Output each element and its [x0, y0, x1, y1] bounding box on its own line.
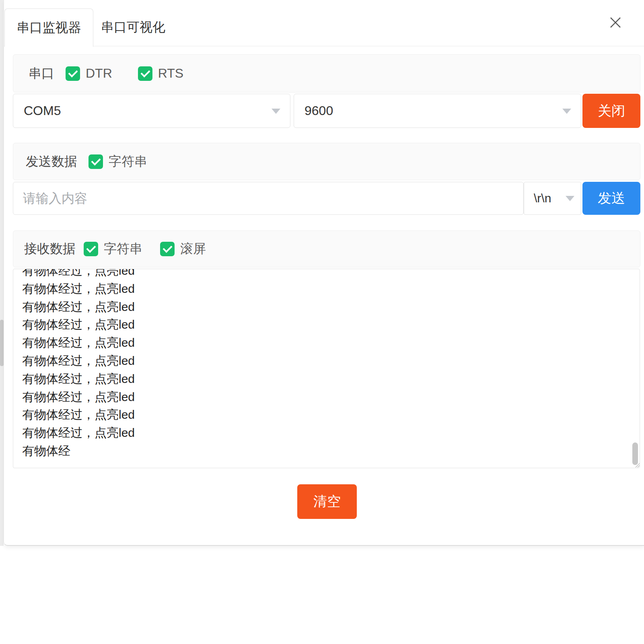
received-line: 有物体经过，点亮led [22, 269, 628, 280]
page-scrollbar-thumb[interactable] [0, 320, 4, 366]
chevron-down-icon [272, 109, 280, 114]
screen: 串口监视器 串口可视化 串口 DTR RTS COM5 9600 关闭 发送数据… [0, 0, 644, 644]
received-line: 有物体经过，点亮led [22, 370, 628, 388]
dtr-checkbox[interactable] [66, 66, 80, 81]
close-dialog-button[interactable] [606, 13, 625, 32]
received-line: 有物体经过，点亮led [22, 280, 628, 298]
tab-serial-visualization-label: 串口可视化 [101, 19, 165, 36]
port-select[interactable]: COM5 [13, 94, 290, 128]
received-line: 有物体经过，点亮led [22, 316, 628, 334]
baud-select-value: 9600 [294, 103, 333, 118]
received-line: 有物体经过，点亮led [22, 298, 628, 316]
close-port-button[interactable]: 关闭 [582, 94, 640, 128]
close-port-button-label: 关闭 [598, 102, 625, 120]
send-button-label: 发送 [598, 189, 625, 208]
received-data-area[interactable]: 有物体经过，点亮led有物体经过，点亮led有物体经过，点亮led有物体经过，点… [13, 269, 640, 468]
line-ending-value: \r\n [524, 191, 551, 205]
autoscroll-label: 滚屏 [180, 240, 206, 258]
serial-port-section: 串口 DTR RTS [13, 54, 640, 93]
send-data-label: 发送数据 [26, 153, 77, 171]
rts-checkbox[interactable] [138, 66, 152, 81]
received-line: 有物体经过，点亮led [22, 334, 628, 352]
send-input-box [13, 182, 524, 215]
send-string-label: 字符串 [109, 153, 147, 171]
rts-label: RTS [158, 66, 183, 81]
received-line: 有物体经过，点亮led [22, 352, 628, 370]
port-select-value: COM5 [13, 103, 61, 118]
page-scrollbar-track[interactable] [0, 0, 4, 546]
receive-data-section: 接收数据 字符串 滚屏 [13, 230, 640, 267]
received-line: 有物体经过，点亮led [22, 424, 628, 442]
clear-button-label: 清空 [313, 492, 341, 511]
receive-string-label: 字符串 [104, 240, 142, 258]
tab-serial-monitor[interactable]: 串口监视器 [4, 8, 93, 47]
resize-grip-icon[interactable] [634, 462, 640, 468]
baud-select[interactable]: 9600 [294, 94, 581, 128]
serial-port-label: 串口 [29, 65, 54, 82]
received-line: 有物体经 [22, 442, 628, 460]
send-string-checkbox[interactable] [88, 154, 103, 169]
received-line: 有物体经过，点亮led [22, 406, 628, 424]
close-icon [608, 15, 623, 30]
receive-string-checkbox[interactable] [84, 242, 98, 256]
autoscroll-checkbox[interactable] [160, 242, 175, 256]
received-line: 有物体经过，点亮led [22, 388, 628, 406]
send-input[interactable] [13, 182, 523, 214]
send-button[interactable]: 发送 [582, 182, 640, 215]
clear-button[interactable]: 清空 [297, 484, 357, 519]
tab-serial-monitor-label: 串口监视器 [17, 19, 81, 37]
received-lines: 有物体经过，点亮led有物体经过，点亮led有物体经过，点亮led有物体经过，点… [13, 269, 640, 460]
chevron-down-icon [562, 109, 571, 114]
dtr-label: DTR [86, 66, 112, 81]
tab-serial-visualization[interactable]: 串口可视化 [94, 8, 173, 46]
receive-data-label: 接收数据 [24, 240, 76, 258]
send-data-section: 发送数据 字符串 [13, 143, 640, 180]
chevron-down-icon [566, 196, 574, 201]
line-ending-select[interactable]: \r\n [524, 182, 581, 215]
